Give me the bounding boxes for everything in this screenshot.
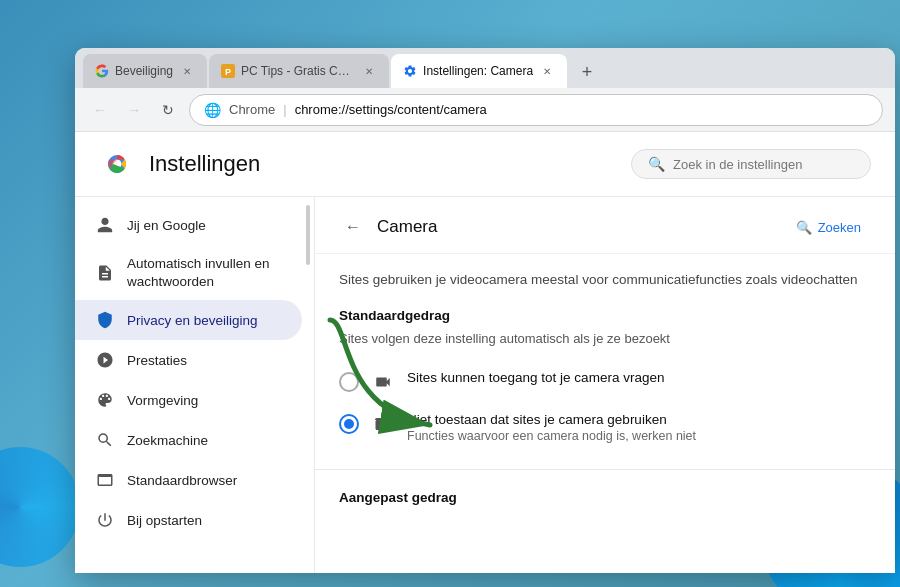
- address-field[interactable]: 🌐 Chrome | chrome://settings/content/cam…: [189, 94, 883, 126]
- sidebar-label-jij-en-google: Jij en Google: [127, 218, 206, 233]
- address-bar: ← → ↻ 🌐 Chrome | chrome://settings/conte…: [75, 88, 895, 132]
- tab-beveiliging[interactable]: Beveiliging ✕: [83, 54, 207, 88]
- option-allow: Sites kunnen toegang tot je camera vrage…: [339, 360, 871, 402]
- address-separator: |: [283, 102, 286, 117]
- tab-favicon-camera: [403, 64, 417, 78]
- tab-close-camera[interactable]: ✕: [539, 63, 555, 79]
- camera-search-label: Zoeken: [818, 220, 861, 235]
- sidebar-label-privacy: Privacy en beveiliging: [127, 313, 258, 328]
- sidebar-item-zoekmachine[interactable]: Zoekmachine: [75, 420, 302, 460]
- sidebar-label-standaardbrowser: Standaardbrowser: [127, 473, 237, 488]
- window-icon: [95, 470, 115, 490]
- sidebar-item-bij-opstarten[interactable]: Bij opstarten: [75, 500, 302, 540]
- sidebar: Jij en Google Automatisch invullen enwac…: [75, 197, 315, 573]
- camera-content: Sites gebruiken je videocamera meestal v…: [315, 254, 895, 469]
- option-deny-text: Niet toestaan dat sites je camera gebrui…: [407, 412, 871, 443]
- refresh-icon: ↻: [162, 102, 174, 118]
- settings-header: Instellingen 🔍: [75, 132, 895, 197]
- radio-inner-dot: [344, 419, 354, 429]
- browser-window: Beveiliging ✕ P PC Tips - Gratis Compute…: [75, 48, 895, 573]
- tab-label-beveiliging: Beveiliging: [115, 64, 173, 78]
- tab-pctips[interactable]: P PC Tips - Gratis Computer Tips, i... ✕: [209, 54, 389, 88]
- tab-favicon-google: [95, 64, 109, 78]
- radio-allow[interactable]: [339, 372, 359, 392]
- tab-close-pctips[interactable]: ✕: [361, 63, 377, 79]
- sidebar-label-vormgeving: Vormgeving: [127, 393, 198, 408]
- new-tab-button[interactable]: +: [573, 58, 601, 86]
- site-icon: 🌐: [204, 102, 221, 118]
- option-allow-label: Sites kunnen toegang tot je camera vrage…: [407, 370, 871, 385]
- radio-deny[interactable]: [339, 414, 359, 434]
- tab-camera[interactable]: Instellingen: Camera ✕: [391, 54, 567, 88]
- main-panel: ← Camera 🔍 Zoeken Sites gebruiken je vid…: [315, 197, 895, 573]
- svg-text:P: P: [225, 67, 231, 77]
- chrome-logo: [99, 146, 135, 182]
- sidebar-label-bij-opstarten: Bij opstarten: [127, 513, 202, 528]
- sidebar-item-jij-en-google[interactable]: Jij en Google: [75, 205, 302, 245]
- back-arrow-icon: ←: [345, 218, 361, 236]
- person-icon: [95, 215, 115, 235]
- back-button[interactable]: ←: [87, 97, 113, 123]
- sidebar-label-zoekmachine: Zoekmachine: [127, 433, 208, 448]
- sidebar-item-standaardbrowser[interactable]: Standaardbrowser: [75, 460, 302, 500]
- forward-button[interactable]: →: [121, 97, 147, 123]
- search-icon-small: 🔍: [796, 220, 812, 235]
- shield-icon: [95, 310, 115, 330]
- palette-icon: [95, 390, 115, 410]
- browser-content: Instellingen 🔍 Jij en Google: [75, 132, 895, 573]
- option-deny: Niet toestaan dat sites je camera gebrui…: [339, 402, 871, 453]
- standard-behavior-subtitle: Sites volgen deze instelling automatisch…: [339, 331, 871, 346]
- refresh-button[interactable]: ↻: [155, 97, 181, 123]
- sidebar-label-autofill: Automatisch invullen enwachtwoorden: [127, 255, 270, 290]
- sidebar-item-prestaties[interactable]: Prestaties: [75, 340, 302, 380]
- search-icon: 🔍: [648, 156, 665, 172]
- scrollbar-indicator: [306, 205, 310, 265]
- option-deny-sublabel: Functies waarvoor een camera nodig is, w…: [407, 429, 871, 443]
- address-domain: Chrome: [229, 102, 275, 117]
- camera-header: ← Camera 🔍 Zoeken: [315, 197, 895, 254]
- settings-title: Instellingen: [149, 151, 617, 177]
- sidebar-item-privacy[interactable]: Privacy en beveiliging: [75, 300, 302, 340]
- camera-title: Camera: [377, 217, 786, 237]
- tab-label-pctips: PC Tips - Gratis Computer Tips, i...: [241, 64, 355, 78]
- settings-search-input[interactable]: [673, 157, 854, 172]
- camera-description: Sites gebruiken je videocamera meestal v…: [339, 270, 871, 290]
- address-path: chrome://settings/content/camera: [295, 102, 487, 117]
- custom-behavior-title: Aangepast gedrag: [315, 478, 895, 509]
- section-divider: [315, 469, 895, 470]
- tab-label-camera: Instellingen: Camera: [423, 64, 533, 78]
- sidebar-label-prestaties: Prestaties: [127, 353, 187, 368]
- settings-body: Jij en Google Automatisch invullen enwac…: [75, 197, 895, 573]
- sidebar-item-autofill[interactable]: Automatisch invullen enwachtwoorden: [75, 245, 302, 300]
- settings-search-box[interactable]: 🔍: [631, 149, 871, 179]
- standard-behavior-title: Standaardgedrag: [339, 308, 871, 323]
- option-deny-label: Niet toestaan dat sites je camera gebrui…: [407, 412, 871, 427]
- camera-allow-icon: [373, 372, 393, 392]
- tab-close-beveiliging[interactable]: ✕: [179, 63, 195, 79]
- gauge-icon: [95, 350, 115, 370]
- option-allow-text: Sites kunnen toegang tot je camera vrage…: [407, 370, 871, 385]
- search-icon: [95, 430, 115, 450]
- forward-icon: →: [127, 102, 141, 118]
- camera-search-button[interactable]: 🔍 Zoeken: [786, 214, 871, 241]
- tab-favicon-pctips: P: [221, 64, 235, 78]
- back-icon: ←: [93, 102, 107, 118]
- power-icon: [95, 510, 115, 530]
- sidebar-item-vormgeving[interactable]: Vormgeving: [75, 380, 302, 420]
- tab-bar: Beveiliging ✕ P PC Tips - Gratis Compute…: [75, 48, 895, 88]
- camera-deny-icon: [373, 414, 393, 434]
- camera-back-button[interactable]: ←: [339, 213, 367, 241]
- document-icon: [95, 263, 115, 283]
